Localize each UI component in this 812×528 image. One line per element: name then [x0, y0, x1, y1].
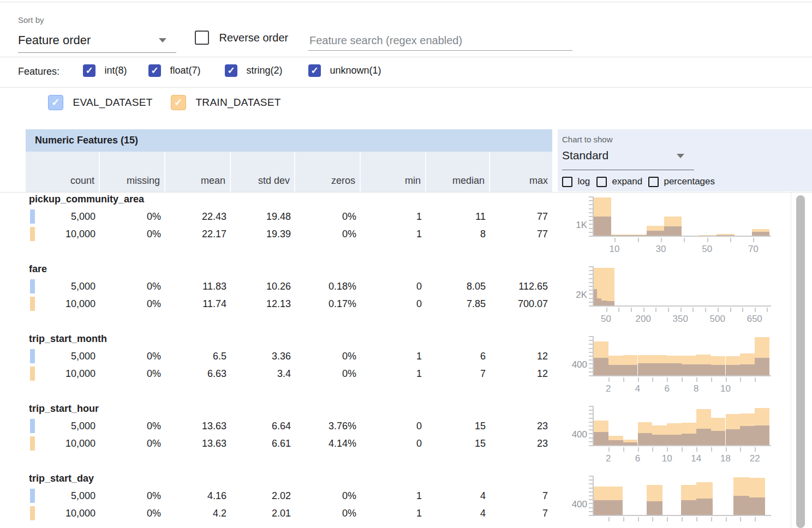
eval-histogram-bar — [608, 365, 623, 375]
y-tick — [589, 302, 593, 303]
x-tick-label: 50 — [590, 314, 623, 325]
dataset-row: 5,0000%13.636.643.76%01523 — [26, 418, 552, 434]
x-tick — [652, 517, 653, 521]
x-tick — [726, 447, 727, 452]
stat-cell: 0% — [295, 208, 361, 225]
histogram: 400 — [562, 471, 797, 528]
reverse-order-checkbox[interactable] — [195, 31, 209, 45]
x-tick — [623, 447, 624, 452]
stat-cell: 12 — [490, 365, 552, 382]
x-tick — [740, 517, 741, 521]
stat-cell: 23 — [490, 418, 552, 434]
x-tick — [755, 517, 756, 521]
log-checkbox[interactable] — [562, 177, 572, 187]
dataset-row: 5,0000%6.53.360%1612 — [26, 348, 552, 364]
histogram: 400246810 — [562, 332, 797, 401]
x-tick-label: 50 — [691, 244, 724, 255]
stat-cell: 4.2 — [165, 505, 231, 521]
chart-controls-panel: Chart to show Standard log expand percen… — [558, 129, 812, 191]
x-tick — [667, 377, 668, 382]
vertical-scrollbar-thumb[interactable] — [796, 195, 805, 528]
percentages-checkbox[interactable] — [648, 177, 659, 187]
expand-checkbox[interactable] — [596, 177, 607, 187]
facets-overview-app: Sort by Feature order Reverse order Feat… — [0, 0, 812, 528]
eval-histogram-bar — [717, 235, 734, 236]
x-tick — [740, 377, 741, 382]
expand-option: expand — [596, 176, 642, 188]
stat-cell: 0% — [100, 505, 165, 521]
stat-cell: 5,000 — [26, 488, 100, 504]
stat-cell: 700.07 — [490, 296, 552, 312]
y-tick — [589, 368, 593, 369]
stat-cell: 2.02 — [231, 488, 295, 504]
y-tick — [589, 499, 593, 500]
stat-cell: 7.85 — [426, 296, 490, 312]
stats-column-header: countmissingmeanstd devzerosminmedianmax — [26, 152, 552, 192]
stat-cell: 11.83 — [165, 278, 231, 295]
unknown-filter-checkbox[interactable]: ✓ — [308, 64, 321, 77]
eval-histogram-bar — [711, 431, 726, 445]
dropdown-underline — [18, 52, 176, 53]
histogram-plot — [594, 266, 769, 305]
stat-cell: 6.64 — [231, 418, 295, 434]
stat-cell: 8.05 — [426, 278, 490, 295]
feature-search-input[interactable] — [308, 31, 572, 51]
x-tick-label: 6 — [650, 383, 683, 394]
x-tick — [614, 238, 616, 242]
x-tick-label: 4 — [622, 383, 654, 394]
y-tick — [589, 418, 593, 419]
x-tick-label: 8 — [680, 383, 713, 394]
eval-dataset-checkbox[interactable]: ✓ — [48, 95, 63, 110]
int-filter-checkbox[interactable]: ✓ — [83, 64, 95, 77]
stat-cell: 11 — [426, 208, 490, 225]
dataset-label: TRAIN_DATASET — [195, 97, 280, 108]
stat-cell: 10,000 — [26, 365, 100, 382]
dataset-row: 10,0000%11.7412.130.17%07.85700.07 — [26, 296, 552, 312]
y-tick — [589, 425, 593, 427]
x-tick — [680, 308, 682, 312]
eval-histogram-bar — [597, 298, 601, 305]
x-tick — [718, 308, 719, 312]
y-tick — [589, 216, 593, 217]
stat-cell: 4.16 — [165, 488, 231, 504]
y-tick — [589, 266, 593, 267]
x-tick — [767, 308, 768, 312]
eval-histogram-bar — [755, 425, 769, 445]
stat-cell: 22.17 — [165, 226, 231, 242]
histogram: 2K50200350500650 — [562, 262, 797, 332]
histogram-plot — [594, 196, 769, 236]
stat-cell: 4 — [426, 505, 490, 521]
string-filter-checkbox[interactable]: ✓ — [225, 64, 237, 77]
x-tick — [707, 238, 708, 242]
eval-histogram-bar — [696, 364, 711, 375]
dataset-row: 10,0000%22.1719.390%1877 — [26, 226, 552, 242]
check-icon: ✓ — [171, 95, 186, 110]
train-dataset-checkbox[interactable]: ✓ — [171, 95, 186, 110]
x-tick-label: 2 — [592, 383, 625, 394]
check-icon: ✓ — [83, 64, 95, 77]
x-tick — [638, 517, 639, 521]
check-icon: ✓ — [49, 95, 63, 110]
x-tick — [668, 308, 669, 312]
y-tick — [589, 208, 593, 209]
y-tick — [589, 507, 593, 508]
histogram-plot — [594, 406, 769, 445]
float-filter-checkbox[interactable]: ✓ — [148, 64, 161, 77]
y-tick — [589, 476, 593, 477]
x-tick — [682, 377, 683, 382]
eval-histogram-bar — [752, 232, 769, 236]
stat-cell: 4.14% — [295, 435, 361, 452]
y-tick — [589, 212, 593, 213]
chart-to-show-dropdown[interactable]: Standard — [562, 146, 694, 169]
y-tick — [589, 410, 593, 411]
y-tick — [589, 479, 593, 481]
x-tick — [667, 517, 668, 521]
eval-histogram-bar — [740, 364, 755, 375]
sort-by-dropdown[interactable]: Feature order — [18, 31, 176, 52]
stat-cell: 1 — [361, 226, 426, 242]
x-tick — [682, 447, 683, 452]
stat-cell: 0.17% — [295, 296, 361, 312]
x-tick — [755, 377, 756, 382]
y-tick — [589, 352, 593, 353]
x-tick-label: 650 — [738, 314, 771, 325]
